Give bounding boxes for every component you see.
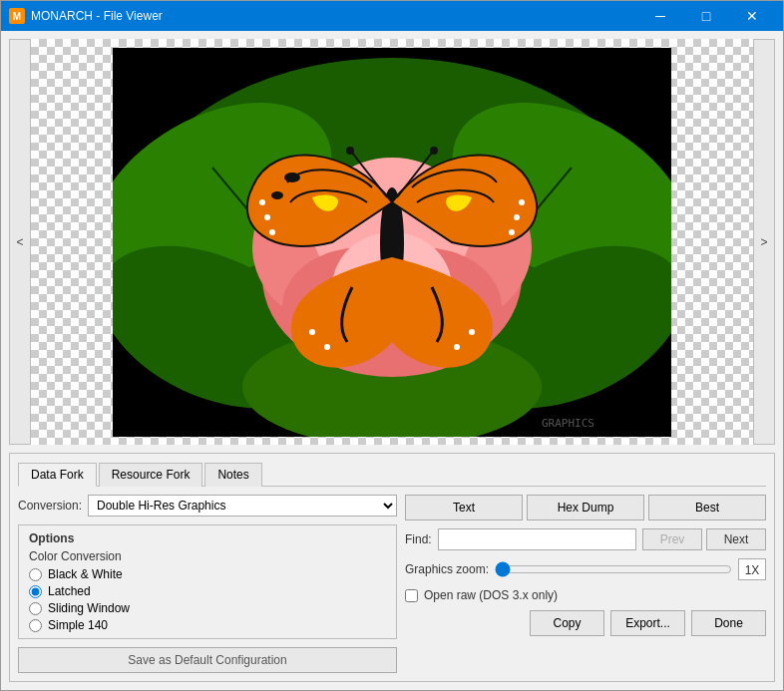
- controls-row: Conversion: Double Hi-Res Graphics Hi-Re…: [18, 495, 766, 673]
- right-top-buttons: Text Hex Dump Best: [405, 495, 766, 520]
- color-conversion-label: Color Conversion: [29, 549, 386, 563]
- conversion-row: Conversion: Double Hi-Res Graphics Hi-Re…: [18, 495, 397, 517]
- zoom-value: 1X: [738, 558, 766, 580]
- svg-point-25: [309, 329, 315, 335]
- svg-point-20: [264, 214, 270, 220]
- content-area: <: [1, 31, 783, 690]
- zoom-slider[interactable]: [495, 560, 732, 578]
- radio-bw[interactable]: Black & White: [29, 567, 386, 581]
- zoom-label: Graphics zoom:: [405, 562, 489, 576]
- open-raw-row: Open raw (DOS 3.x only): [405, 588, 766, 602]
- close-button[interactable]: ✕: [729, 1, 775, 31]
- text-button[interactable]: Text: [405, 495, 523, 520]
- svg-point-30: [346, 147, 354, 155]
- radio-simple-input[interactable]: [29, 619, 42, 632]
- conversion-select[interactable]: Double Hi-Res Graphics Hi-Res Graphics T…: [88, 495, 397, 517]
- zoom-row: Graphics zoom: 1X: [405, 558, 766, 580]
- image-section: <: [9, 39, 775, 445]
- open-raw-label: Open raw (DOS 3.x only): [424, 588, 558, 602]
- app-icon: M: [9, 8, 25, 24]
- export-button[interactable]: Export...: [610, 610, 685, 636]
- find-row: Find: Prev Next: [405, 528, 766, 550]
- prev-next-buttons: Prev Next: [642, 528, 766, 550]
- radio-sliding[interactable]: Sliding Window: [29, 601, 386, 615]
- window-controls: ─ □ ✕: [637, 1, 775, 31]
- svg-point-32: [430, 147, 438, 155]
- conversion-label: Conversion:: [18, 499, 82, 513]
- options-group: Options Color Conversion Black & White L…: [18, 524, 397, 639]
- save-default-button[interactable]: Save as Default Configuration: [18, 647, 397, 673]
- svg-point-26: [324, 344, 330, 350]
- svg-point-19: [259, 199, 265, 205]
- svg-point-22: [519, 199, 525, 205]
- window-title: MONARCH - File Viewer: [31, 9, 637, 23]
- main-window: M MONARCH - File Viewer ─ □ ✕ <: [0, 0, 784, 691]
- title-bar: M MONARCH - File Viewer ─ □ ✕: [1, 1, 783, 31]
- next-button[interactable]: Next: [706, 528, 766, 550]
- radio-latched[interactable]: Latched: [29, 584, 386, 598]
- hex-dump-button[interactable]: Hex Dump: [527, 495, 644, 520]
- right-controls: Text Hex Dump Best Find: Prev Next: [405, 495, 766, 636]
- svg-point-23: [514, 214, 520, 220]
- radio-sliding-input[interactable]: [29, 602, 42, 615]
- svg-point-24: [509, 229, 515, 235]
- svg-point-28: [454, 344, 460, 350]
- tab-resource-fork[interactable]: Resource Fork: [99, 463, 203, 487]
- svg-point-18: [271, 191, 283, 199]
- svg-point-27: [469, 329, 475, 335]
- maximize-button[interactable]: □: [683, 1, 729, 31]
- open-raw-checkbox[interactable]: [405, 589, 418, 602]
- copy-button[interactable]: Copy: [530, 610, 604, 636]
- next-image-button[interactable]: >: [753, 39, 775, 445]
- best-button[interactable]: Best: [648, 495, 766, 520]
- radio-group: Black & White Latched Sliding Window: [29, 567, 386, 632]
- bottom-action-buttons: Copy Export... Done: [405, 610, 766, 636]
- butterfly-image: GRAPHICS: [113, 48, 671, 437]
- bottom-controls: Data Fork Resource Fork Notes Conversion…: [9, 453, 775, 682]
- left-controls: Conversion: Double Hi-Res Graphics Hi-Re…: [18, 495, 397, 673]
- tabs: Data Fork Resource Fork Notes: [18, 462, 766, 487]
- find-label: Find:: [405, 532, 432, 546]
- options-title: Options: [29, 531, 386, 545]
- tab-notes[interactable]: Notes: [204, 463, 261, 487]
- done-button[interactable]: Done: [691, 610, 766, 636]
- prev-button[interactable]: Prev: [642, 528, 702, 550]
- svg-point-17: [284, 173, 300, 182]
- image-display: GRAPHICS: [31, 39, 753, 445]
- radio-simple[interactable]: Simple 140: [29, 618, 386, 632]
- svg-point-21: [269, 229, 275, 235]
- radio-latched-input[interactable]: [29, 585, 42, 598]
- minimize-button[interactable]: ─: [637, 1, 683, 31]
- svg-text:GRAPHICS: GRAPHICS: [542, 417, 594, 430]
- radio-bw-input[interactable]: [29, 568, 42, 581]
- tab-data-fork[interactable]: Data Fork: [18, 463, 97, 487]
- find-input[interactable]: [438, 528, 636, 550]
- prev-image-button[interactable]: <: [9, 39, 31, 445]
